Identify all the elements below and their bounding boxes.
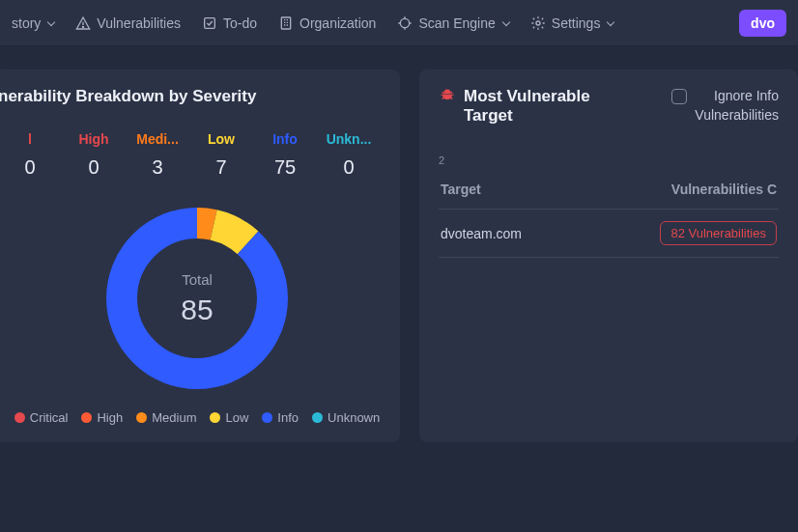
legend-info[interactable]: Info	[262, 410, 299, 425]
legend-unknown[interactable]: Unknown	[312, 410, 380, 425]
legend-label: Unknown	[328, 410, 380, 425]
card-title: Most Vulnerable Target	[439, 87, 622, 126]
severity-label: Info	[272, 131, 298, 147]
severity-count: 0	[343, 156, 354, 179]
checklist-icon	[202, 15, 217, 31]
severity-count: 0	[88, 156, 99, 179]
chevron-down-icon	[502, 17, 510, 25]
legend-high[interactable]: High	[81, 410, 123, 425]
card-header: Most Vulnerable Target Ignore Info Vulne…	[439, 87, 779, 126]
vulnerable-targets-table: 2 Target Vulnerabilities C dvoteam.com 8…	[439, 154, 779, 258]
nav-label: To-do	[223, 15, 257, 31]
table-row[interactable]: dvoteam.com 82 Vulnerabilities	[439, 210, 779, 258]
brand-button[interactable]: dvo	[739, 10, 786, 37]
donut-legend: Critical High Medium Low Info Unknown	[14, 410, 381, 425]
nav-label: Settings	[552, 15, 601, 31]
nav-vulnerabilities[interactable]: Vulnerabilities	[75, 15, 181, 31]
nav-scan-engine[interactable]: Scan Engine	[397, 15, 508, 31]
gear-icon	[530, 15, 546, 31]
target-cell: dvoteam.com	[441, 226, 522, 241]
severity-label: Unkn...	[327, 131, 372, 147]
nav-label: story	[12, 15, 41, 31]
organization-icon	[278, 15, 294, 31]
ignore-line1: Ignore Info	[714, 88, 779, 103]
severity-count: 7	[215, 156, 226, 179]
donut-center: Total 85	[91, 192, 303, 405]
total-label: Total	[182, 271, 213, 288]
ignore-label: Ignore Info Vulnerabilities	[695, 87, 779, 125]
severity-info[interactable]: Info 75	[253, 131, 317, 179]
severity-unknown[interactable]: Unkn... 0	[317, 131, 381, 179]
legend-medium[interactable]: Medium	[136, 410, 196, 425]
swatch-icon	[81, 412, 92, 423]
col-vulns[interactable]: Vulnerabilities C	[671, 182, 777, 197]
col-target[interactable]: Target	[441, 182, 481, 197]
nav-label: Organization	[299, 15, 376, 31]
swatch-icon	[136, 412, 147, 423]
svg-point-0	[83, 26, 84, 27]
severity-breakdown-card: nerability Breakdown by Severity l 0 Hig…	[0, 70, 400, 442]
svg-rect-2	[281, 17, 290, 29]
nav-history[interactable]: story	[12, 15, 54, 31]
warning-icon	[75, 15, 91, 31]
swatch-icon	[210, 412, 220, 423]
nav-todo[interactable]: To-do	[202, 15, 257, 31]
swatch-icon	[14, 412, 25, 423]
target-icon	[397, 15, 413, 31]
severity-label: Medi...	[136, 131, 179, 147]
chevron-down-icon	[607, 17, 614, 25]
nav-organization[interactable]: Organization	[278, 15, 376, 31]
table-header: Target Vulnerabilities C	[439, 170, 779, 210]
svg-point-4	[536, 21, 540, 25]
page-body: nerability Breakdown by Severity l 0 Hig…	[0, 46, 798, 452]
donut-container: Total 85	[91, 192, 303, 405]
swatch-icon	[312, 412, 323, 423]
svg-rect-1	[205, 17, 215, 28]
ignore-line2: Vulnerabilities	[695, 107, 779, 123]
checkbox-icon[interactable]	[671, 89, 687, 104]
severity-counts-row: l 0 High 0 Medi... 3 Low 7 Info 75 Unkn.…	[0, 131, 381, 179]
legend-label: High	[97, 410, 123, 425]
severity-count: 0	[24, 156, 35, 179]
nav-label: Vulnerabilities	[97, 15, 181, 31]
vuln-count-badge[interactable]: 82 Vulnerabilities	[660, 221, 777, 245]
severity-low[interactable]: Low 7	[189, 131, 253, 179]
legend-label: Low	[225, 410, 248, 425]
severity-label: High	[78, 131, 108, 147]
legend-critical[interactable]: Critical	[14, 410, 69, 425]
card-title-text: Most Vulnerable Target	[464, 87, 622, 126]
legend-label: Info	[277, 410, 299, 425]
swatch-icon	[262, 412, 272, 423]
top-nav: story Vulnerabilities To-do Organization…	[0, 0, 798, 46]
nav-label: Scan Engine	[418, 15, 495, 31]
total-value: 85	[181, 294, 213, 326]
legend-low[interactable]: Low	[210, 410, 248, 425]
severity-critical[interactable]: l 0	[0, 131, 62, 179]
ignore-info-toggle[interactable]: Ignore Info Vulnerabilities	[671, 87, 779, 125]
legend-label: Medium	[152, 410, 196, 425]
severity-high[interactable]: High 0	[62, 131, 126, 179]
severity-label: Low	[208, 131, 235, 147]
bug-icon	[439, 87, 456, 107]
most-vulnerable-target-card: Most Vulnerable Target Ignore Info Vulne…	[419, 70, 798, 442]
severity-count: 3	[152, 156, 162, 179]
severity-count: 75	[274, 156, 296, 179]
table-index: 2	[439, 154, 779, 166]
card-title: nerability Breakdown by Severity	[0, 87, 381, 106]
nav-settings[interactable]: Settings	[530, 15, 614, 31]
legend-label: Critical	[30, 410, 69, 425]
chevron-down-icon	[47, 17, 55, 25]
severity-medium[interactable]: Medi... 3	[126, 131, 189, 179]
severity-label: l	[28, 131, 32, 147]
svg-point-3	[401, 18, 410, 27]
